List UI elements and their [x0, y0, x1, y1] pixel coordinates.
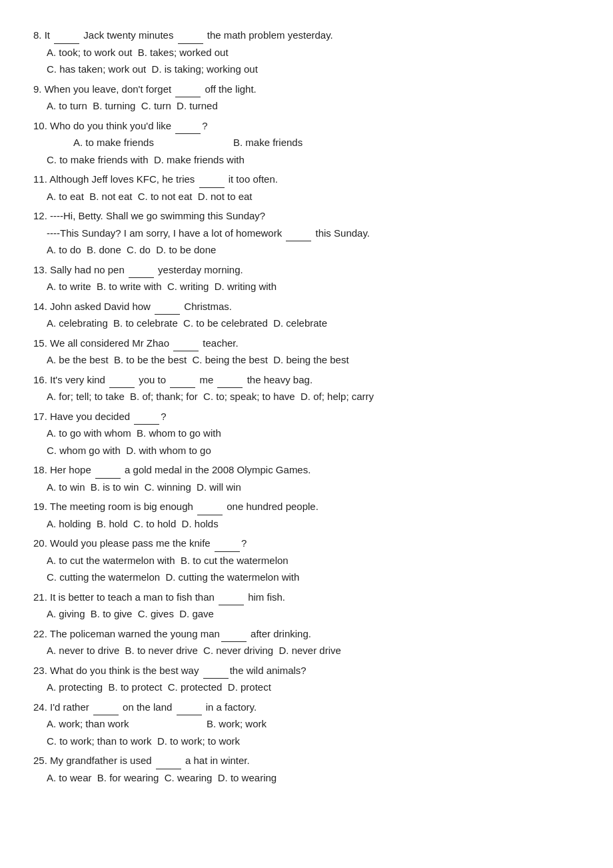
question-8-text: 8. It Jack twenty minutes the math probl… — [33, 27, 580, 44]
question-10-options-2: C. to make friends with D. make friends … — [47, 151, 580, 169]
question-9-text: 9. When you leave, don't forget off the … — [33, 81, 580, 98]
question-10-options-1: A. to make friends B. make friends — [73, 134, 580, 151]
question-12-options: A. to do B. done C. do D. to be done — [47, 241, 580, 259]
question-11: 11. Although Jeff loves KFC, he tries it… — [33, 171, 580, 205]
question-23: 23. What do you think is the best way th… — [33, 662, 580, 696]
question-20-text: 20. Would you please pass me the knife ? — [33, 535, 580, 552]
question-11-text: 11. Although Jeff loves KFC, he tries it… — [33, 171, 580, 188]
question-20: 20. Would you please pass me the knife ?… — [33, 535, 580, 586]
question-20-options-1: A. to cut the watermelon with B. to cut … — [47, 552, 580, 569]
question-13-text: 13. Sally had no pen yesterday morning. — [33, 261, 580, 279]
question-12-text-2: ----This Sunday? I am sorry, I have a lo… — [47, 225, 580, 242]
question-25: 25. My grandfather is used a hat in wint… — [33, 752, 580, 786]
question-10: 10. Who do you think you'd like ? A. to … — [33, 117, 580, 169]
question-11-options: A. to eat B. not eat C. to not eat D. no… — [47, 188, 580, 205]
question-17-options-2: C. whom go with D. with whom to go — [47, 442, 580, 459]
questions-container: 8. It Jack twenty minutes the math probl… — [33, 27, 580, 786]
question-19-options: A. holding B. hold C. to hold D. holds — [47, 515, 580, 533]
question-24-options-1: A. work; than work B. work; work — [47, 715, 580, 733]
question-21-options: A. giving B. to give C. gives D. gave — [47, 605, 580, 623]
question-17-text: 17. Have you decided ? — [33, 408, 580, 425]
question-19-text: 19. The meeting room is big enough one h… — [33, 498, 580, 515]
question-13-options: A. to write B. to write with C. writing … — [47, 278, 580, 295]
question-14: 14. John asked David how Christmas. A. c… — [33, 298, 580, 332]
question-23-text: 23. What do you think is the best way th… — [33, 662, 580, 679]
question-16-text: 16. It's very kind you to me the heavy b… — [33, 371, 580, 389]
question-10-text: 10. Who do you think you'd like ? — [33, 117, 580, 135]
question-15-text: 15. We all considered Mr Zhao teacher. — [33, 335, 580, 352]
question-13: 13. Sally had no pen yesterday morning. … — [33, 261, 580, 295]
question-20-options-2: C. cutting the watermelon D. cutting the… — [47, 569, 580, 586]
question-18-options: A. to win B. is to win C. winning D. wil… — [47, 479, 580, 496]
question-24-options-2: C. to work; than to work D. to work; to … — [47, 733, 580, 750]
question-12-text-1: 12. ----Hi, Betty. Shall we go swimming … — [33, 207, 580, 225]
question-8: 8. It Jack twenty minutes the math probl… — [33, 27, 580, 78]
question-8-options-1: A. took; to work out B. takes; worked ou… — [47, 44, 580, 61]
question-9-options: A. to turn B. turning C. turn D. turned — [47, 97, 580, 115]
question-15-options: A. be the best B. to be the best C. bein… — [47, 351, 580, 369]
question-9: 9. When you leave, don't forget off the … — [33, 81, 580, 115]
question-22-text: 22. The policeman warned the young man a… — [33, 625, 580, 643]
question-24-text: 24. I'd rather on the land in a factory. — [33, 699, 580, 716]
question-21: 21. It is better to teach a man to fish … — [33, 589, 580, 623]
question-8-options-2: C. has taken; work out D. is taking; wor… — [47, 61, 580, 78]
question-16: 16. It's very kind you to me the heavy b… — [33, 371, 580, 405]
question-25-text: 25. My grandfather is used a hat in wint… — [33, 752, 580, 769]
question-14-text: 14. John asked David how Christmas. — [33, 298, 580, 315]
question-24: 24. I'd rather on the land in a factory.… — [33, 699, 580, 750]
question-18-text: 18. Her hope a gold medal in the 2008 Ol… — [33, 461, 580, 479]
question-21-text: 21. It is better to teach a man to fish … — [33, 589, 580, 606]
question-14-options: A. celebrating B. to celebrate C. to be … — [47, 315, 580, 332]
question-16-options: A. for; tell; to take B. of; thank; for … — [47, 388, 580, 405]
question-19: 19. The meeting room is big enough one h… — [33, 498, 580, 532]
question-15: 15. We all considered Mr Zhao teacher. A… — [33, 335, 580, 369]
question-17: 17. Have you decided ? A. to go with who… — [33, 408, 580, 459]
question-25-options: A. to wear B. for wearing C. wearing D. … — [47, 769, 580, 787]
question-18: 18. Her hope a gold medal in the 2008 Ol… — [33, 461, 580, 495]
question-17-options-1: A. to go with whom B. whom to go with — [47, 425, 580, 442]
question-12: 12. ----Hi, Betty. Shall we go swimming … — [33, 207, 580, 259]
question-23-options: A. protecting B. to protect C. protected… — [47, 679, 580, 696]
question-22-options: A. never to drive B. to never drive C. n… — [47, 642, 580, 659]
question-22: 22. The policeman warned the young man a… — [33, 625, 580, 659]
